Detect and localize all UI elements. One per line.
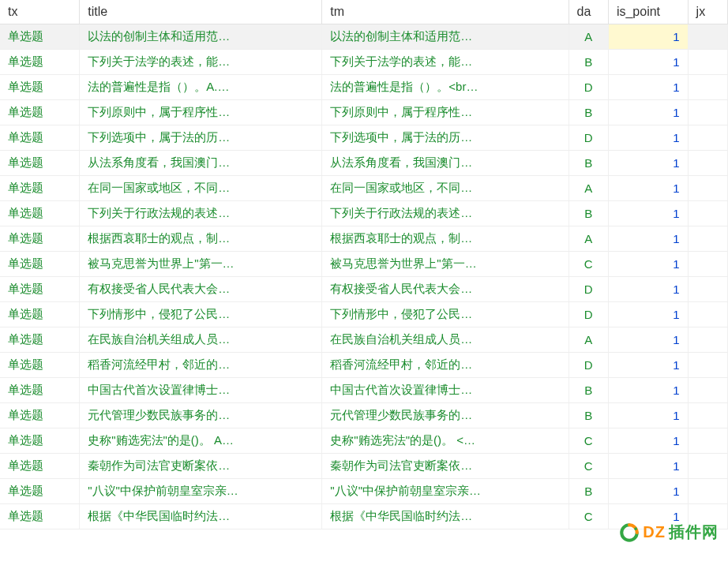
cell-tm[interactable]: 史称"贿选宪法"的是()。 <… bbox=[322, 428, 569, 454]
table-row[interactable]: 单选题法的普遍性是指（）。A.…法的普遍性是指（）。<br…D1 bbox=[0, 75, 728, 100]
cell-is-point[interactable]: 1 bbox=[608, 151, 688, 176]
table-row[interactable]: 单选题根据西哀耶士的观点，制…根据西哀耶士的观点，制…A1 bbox=[0, 226, 728, 252]
cell-da[interactable]: D bbox=[569, 125, 608, 151]
table-row[interactable]: 单选题下列原则中，属于程序性…下列原则中，属于程序性…B1 bbox=[0, 100, 728, 125]
cell-jx[interactable] bbox=[688, 75, 727, 100]
cell-title[interactable]: "八议"中保护前朝皇室宗亲… bbox=[80, 479, 322, 504]
cell-tm[interactable]: 有权接受省人民代表大会… bbox=[322, 277, 569, 302]
table-row[interactable]: 单选题下列选项中，属于法的历…下列选项中，属于法的历…D1 bbox=[0, 125, 728, 151]
cell-title[interactable]: 在同一国家或地区，不同… bbox=[80, 176, 322, 201]
table-row[interactable]: 单选题在同一国家或地区，不同…在同一国家或地区，不同…A1 bbox=[0, 176, 728, 201]
cell-title[interactable]: 根据西哀耶士的观点，制… bbox=[80, 226, 322, 252]
cell-da[interactable]: A bbox=[569, 327, 608, 353]
cell-tx[interactable]: 单选题 bbox=[0, 201, 80, 226]
cell-is-point[interactable]: 1 bbox=[608, 378, 688, 403]
cell-da[interactable]: D bbox=[569, 75, 608, 100]
cell-is-point[interactable]: 1 bbox=[608, 403, 688, 428]
table-row[interactable]: 单选题以法的创制主体和适用范…以法的创制主体和适用范…A1 bbox=[0, 24, 728, 50]
table-row[interactable]: 单选题在民族自治机关组成人员…在民族自治机关组成人员…A1 bbox=[0, 327, 728, 353]
cell-da[interactable]: B bbox=[569, 378, 608, 403]
cell-is-point[interactable]: 1 bbox=[608, 50, 688, 75]
table-row[interactable]: 单选题从法系角度看，我国澳门…从法系角度看，我国澳门…B1 bbox=[0, 151, 728, 176]
cell-is-point[interactable]: 1 bbox=[608, 504, 688, 529]
cell-jx[interactable] bbox=[688, 50, 727, 75]
cell-jx[interactable] bbox=[688, 24, 727, 50]
cell-jx[interactable] bbox=[688, 277, 727, 302]
table-row[interactable]: 单选题下列情形中，侵犯了公民…下列情形中，侵犯了公民…D1 bbox=[0, 302, 728, 327]
cell-tm[interactable]: 被马克思誉为世界上"第一… bbox=[322, 252, 569, 277]
cell-tm[interactable]: 在同一国家或地区，不同… bbox=[322, 176, 569, 201]
cell-title[interactable]: 以法的创制主体和适用范… bbox=[80, 24, 322, 50]
cell-title[interactable]: 史称"贿选宪法"的是()。 A… bbox=[80, 428, 322, 454]
cell-tx[interactable]: 单选题 bbox=[0, 252, 80, 277]
cell-title[interactable]: 下列关于行政法规的表述… bbox=[80, 201, 322, 226]
cell-jx[interactable] bbox=[688, 226, 727, 252]
cell-jx[interactable] bbox=[688, 378, 727, 403]
cell-da[interactable]: A bbox=[569, 176, 608, 201]
column-header-tm[interactable]: tm bbox=[322, 0, 569, 24]
cell-tm[interactable]: "八议"中保护前朝皇室宗亲… bbox=[322, 479, 569, 504]
cell-da[interactable]: C bbox=[569, 454, 608, 479]
table-row[interactable]: 单选题被马克思誉为世界上"第一…被马克思誉为世界上"第一…C1 bbox=[0, 252, 728, 277]
cell-jx[interactable] bbox=[688, 454, 727, 479]
cell-tm[interactable]: 从法系角度看，我国澳门… bbox=[322, 151, 569, 176]
cell-jx[interactable] bbox=[688, 151, 727, 176]
cell-tm[interactable]: 下列原则中，属于程序性… bbox=[322, 100, 569, 125]
cell-is-point[interactable]: 1 bbox=[608, 24, 688, 50]
cell-title[interactable]: 下列选项中，属于法的历… bbox=[80, 125, 322, 151]
cell-tm[interactable]: 秦朝作为司法官吏断案依… bbox=[322, 454, 569, 479]
cell-tm[interactable]: 中国古代首次设置律博士… bbox=[322, 378, 569, 403]
cell-da[interactable]: C bbox=[569, 252, 608, 277]
cell-da[interactable]: B bbox=[569, 151, 608, 176]
cell-tm[interactable]: 根据《中华民国临时约法… bbox=[322, 504, 569, 529]
table-row[interactable]: 单选题"八议"中保护前朝皇室宗亲…"八议"中保护前朝皇室宗亲…B1 bbox=[0, 479, 728, 504]
cell-jx[interactable] bbox=[688, 125, 727, 151]
cell-da[interactable]: B bbox=[569, 50, 608, 75]
cell-title[interactable]: 中国古代首次设置律博士… bbox=[80, 378, 322, 403]
table-row[interactable]: 单选题元代管理少数民族事务的…元代管理少数民族事务的…B1 bbox=[0, 403, 728, 428]
cell-is-point[interactable]: 1 bbox=[608, 277, 688, 302]
cell-tm[interactable]: 元代管理少数民族事务的… bbox=[322, 403, 569, 428]
cell-jx[interactable] bbox=[688, 252, 727, 277]
table-row[interactable]: 单选题根据《中华民国临时约法…根据《中华民国临时约法…C1 bbox=[0, 504, 728, 529]
cell-is-point[interactable]: 1 bbox=[608, 252, 688, 277]
cell-jx[interactable] bbox=[688, 353, 727, 378]
cell-jx[interactable] bbox=[688, 504, 727, 529]
cell-jx[interactable] bbox=[688, 428, 727, 454]
cell-tm[interactable]: 以法的创制主体和适用范… bbox=[322, 24, 569, 50]
cell-title[interactable]: 从法系角度看，我国澳门… bbox=[80, 151, 322, 176]
column-header-da[interactable]: da bbox=[569, 0, 608, 24]
cell-tx[interactable]: 单选题 bbox=[0, 302, 80, 327]
cell-tm[interactable]: 根据西哀耶士的观点，制… bbox=[322, 226, 569, 252]
cell-da[interactable]: C bbox=[569, 504, 608, 529]
cell-tm[interactable]: 在民族自治机关组成人员… bbox=[322, 327, 569, 353]
cell-tm[interactable]: 下列情形中，侵犯了公民… bbox=[322, 302, 569, 327]
table-row[interactable]: 单选题有权接受省人民代表大会…有权接受省人民代表大会…D1 bbox=[0, 277, 728, 302]
cell-is-point[interactable]: 1 bbox=[608, 353, 688, 378]
cell-da[interactable]: D bbox=[569, 353, 608, 378]
table-row[interactable]: 单选题史称"贿选宪法"的是()。 A…史称"贿选宪法"的是()。 <…C1 bbox=[0, 428, 728, 454]
column-header-title[interactable]: title bbox=[80, 0, 322, 24]
cell-is-point[interactable]: 1 bbox=[608, 454, 688, 479]
cell-da[interactable]: A bbox=[569, 226, 608, 252]
cell-title[interactable]: 下列关于法学的表述，能… bbox=[80, 50, 322, 75]
cell-jx[interactable] bbox=[688, 201, 727, 226]
cell-is-point[interactable]: 1 bbox=[608, 302, 688, 327]
cell-da[interactable]: B bbox=[569, 403, 608, 428]
cell-da[interactable]: A bbox=[569, 24, 608, 50]
table-row[interactable]: 单选题下列关于法学的表述，能…下列关于法学的表述，能…B1 bbox=[0, 50, 728, 75]
cell-tx[interactable]: 单选题 bbox=[0, 504, 80, 529]
cell-is-point[interactable]: 1 bbox=[608, 327, 688, 353]
cell-is-point[interactable]: 1 bbox=[608, 428, 688, 454]
cell-jx[interactable] bbox=[688, 100, 727, 125]
cell-is-point[interactable]: 1 bbox=[608, 75, 688, 100]
cell-title[interactable]: 在民族自治机关组成人员… bbox=[80, 327, 322, 353]
cell-tm[interactable]: 稻香河流经甲村，邻近的… bbox=[322, 353, 569, 378]
table-row[interactable]: 单选题稻香河流经甲村，邻近的…稻香河流经甲村，邻近的…D1 bbox=[0, 353, 728, 378]
cell-title[interactable]: 下列原则中，属于程序性… bbox=[80, 100, 322, 125]
cell-da[interactable]: B bbox=[569, 479, 608, 504]
cell-tm[interactable]: 下列关于法学的表述，能… bbox=[322, 50, 569, 75]
cell-tx[interactable]: 单选题 bbox=[0, 479, 80, 504]
cell-tm[interactable]: 下列选项中，属于法的历… bbox=[322, 125, 569, 151]
cell-da[interactable]: C bbox=[569, 428, 608, 454]
